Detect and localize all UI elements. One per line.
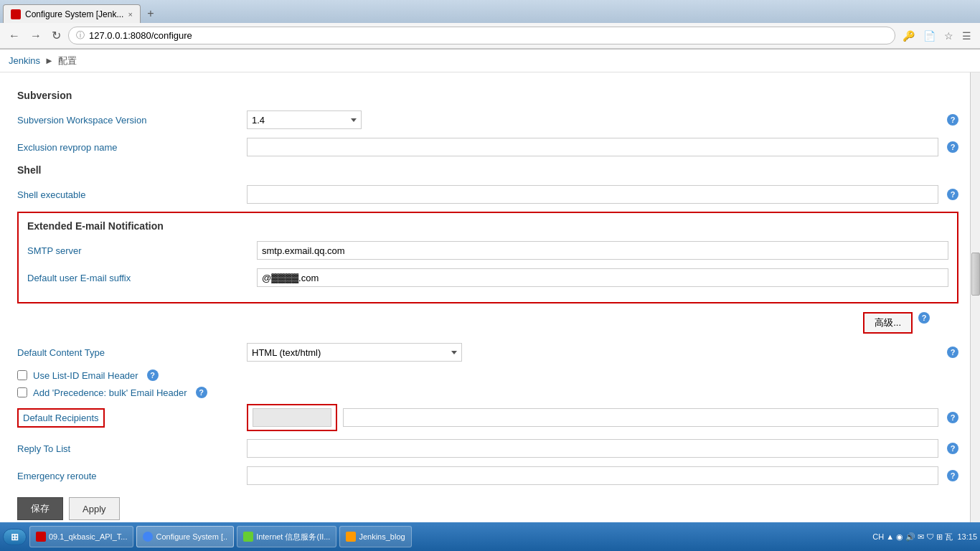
default-email-suffix-input[interactable]: [257, 268, 948, 287]
nav-bar: ← → ↻ ⓘ 🔑 📄 ☆ ☰: [0, 23, 980, 49]
subversion-workspace-row: Subversion Workspace Version 1.4 1.6 1.8…: [17, 110, 958, 130]
subversion-workspace-control: 1.4 1.6 1.8 ?: [247, 110, 958, 129]
active-tab[interactable]: Configure System [Jenk... ×: [3, 4, 141, 23]
exclusion-revprop-control: ?: [247, 138, 958, 156]
add-precedence-label[interactable]: Add 'Precedence: bulk' Email Header: [33, 387, 187, 398]
email-section-title: Extended E-mail Notification: [27, 220, 948, 232]
add-precedence-help[interactable]: ?: [196, 387, 207, 398]
browser-chrome: Configure System [Jenk... × + ← → ↻ ⓘ 🔑 …: [0, 0, 980, 50]
default-recipients-row: Default Recipients ?: [17, 404, 958, 431]
bookmark-list-icon[interactable]: 📄: [920, 29, 938, 43]
smtp-server-input[interactable]: [257, 241, 948, 260]
subversion-workspace-help[interactable]: ?: [947, 114, 958, 126]
refresh-button[interactable]: ↻: [49, 27, 64, 44]
new-tab-button[interactable]: +: [141, 4, 161, 23]
use-list-id-help[interactable]: ?: [147, 369, 159, 381]
shell-section-title: Shell: [17, 164, 958, 176]
default-recipients-help[interactable]: ?: [947, 412, 958, 423]
default-recipients-input-extra[interactable]: [343, 408, 938, 427]
exclusion-revprop-help[interactable]: ?: [947, 141, 958, 153]
exclusion-revprop-row: Exclusion revprop name ?: [17, 137, 958, 157]
subversion-section-title: Subversion: [17, 90, 958, 101]
breadcrumb-home[interactable]: Jenkins: [9, 55, 40, 66]
advanced-btn-container: 高级... ?: [17, 312, 958, 334]
reply-to-list-label: Reply To List: [17, 443, 247, 454]
default-email-suffix-control: [257, 268, 948, 287]
reply-to-list-input[interactable]: [247, 439, 938, 458]
scrollbar-thumb[interactable]: [971, 253, 980, 296]
breadcrumb-current: 配置: [58, 55, 77, 67]
shell-executable-input[interactable]: [247, 185, 938, 204]
email-notification-box: Extended E-mail Notification SMTP server…: [17, 212, 958, 303]
shell-executable-row: Shell executable ?: [17, 184, 958, 204]
nav-icons: 🔑 📄 ☆ ☰: [900, 29, 974, 43]
shell-executable-help[interactable]: ?: [947, 189, 958, 200]
default-content-type-select[interactable]: HTML (text/html) Plain Text (text/plain): [247, 343, 462, 362]
subversion-workspace-select[interactable]: 1.4 1.6 1.8: [247, 110, 362, 129]
smtp-server-label: SMTP server: [27, 245, 257, 256]
default-email-suffix-label: Default user E-mail suffix: [27, 273, 257, 283]
tab-bar: Configure System [Jenk... × +: [0, 0, 980, 23]
apply-button[interactable]: Apply: [69, 497, 120, 520]
save-button[interactable]: 保存: [17, 497, 63, 520]
button-bar: 保存 Apply: [17, 497, 958, 523]
emergency-reroute-help[interactable]: ?: [947, 470, 958, 481]
smtp-server-control: [257, 241, 948, 260]
default-content-type-row: Default Content Type HTML (text/html) Pl…: [17, 342, 958, 362]
scrollbar[interactable]: [970, 72, 980, 523]
advanced-help[interactable]: ?: [918, 312, 930, 324]
subversion-workspace-label: Subversion Workspace Version: [17, 115, 247, 126]
tab-title: Configure System [Jenk...: [25, 9, 123, 19]
shell-executable-control: ?: [247, 185, 958, 204]
taskbar: ⊞ 09.1_qkbasic_API_T... Configure System…: [0, 522, 980, 523]
default-recipients-label: Default Recipients: [17, 408, 105, 428]
reply-to-list-row: Reply To List ?: [17, 438, 958, 458]
default-email-suffix-row: Default user E-mail suffix: [27, 268, 948, 288]
default-content-type-help[interactable]: ?: [947, 347, 958, 358]
forward-button[interactable]: →: [27, 28, 44, 44]
reply-to-list-help[interactable]: ?: [947, 443, 958, 454]
key-icon[interactable]: 🔑: [900, 29, 918, 43]
tab-close-button[interactable]: ×: [128, 10, 132, 19]
address-bar[interactable]: ⓘ: [68, 27, 895, 44]
emergency-reroute-label: Emergency reroute: [17, 471, 247, 481]
menu-icon[interactable]: ☰: [959, 29, 974, 43]
breadcrumb-separator: ►: [44, 55, 54, 66]
tab-favicon: [11, 9, 21, 19]
reply-to-list-control: ?: [247, 439, 958, 458]
use-list-id-row: Use List-ID Email Header ?: [17, 369, 958, 381]
add-precedence-checkbox[interactable]: [17, 387, 27, 397]
back-button[interactable]: ←: [6, 28, 23, 44]
lock-icon: ⓘ: [76, 29, 85, 42]
url-input[interactable]: [89, 30, 887, 41]
exclusion-revprop-input[interactable]: [247, 138, 938, 156]
advanced-button[interactable]: 高级...: [863, 312, 913, 334]
add-precedence-row: Add 'Precedence: bulk' Email Header ?: [17, 387, 958, 398]
breadcrumb: Jenkins ► 配置: [0, 50, 980, 72]
default-recipients-control: ?: [247, 404, 958, 431]
use-list-id-label[interactable]: Use List-ID Email Header: [33, 370, 138, 381]
main-content: Subversion Subversion Workspace Version …: [0, 72, 980, 523]
default-content-type-label: Default Content Type: [17, 347, 247, 358]
use-list-id-checkbox[interactable]: [17, 370, 27, 380]
emergency-reroute-control: ?: [247, 466, 958, 485]
default-recipients-input[interactable]: [253, 408, 331, 427]
emergency-reroute-row: Emergency reroute ?: [17, 466, 958, 486]
emergency-reroute-input[interactable]: [247, 466, 938, 485]
exclusion-revprop-label: Exclusion revprop name: [17, 142, 247, 153]
shell-executable-label: Shell executable: [17, 189, 247, 200]
default-recipients-value-wrapper: [247, 404, 337, 431]
default-content-type-control: HTML (text/html) Plain Text (text/plain)…: [247, 343, 958, 362]
smtp-server-row: SMTP server: [27, 240, 948, 260]
star-icon[interactable]: ☆: [941, 29, 956, 43]
